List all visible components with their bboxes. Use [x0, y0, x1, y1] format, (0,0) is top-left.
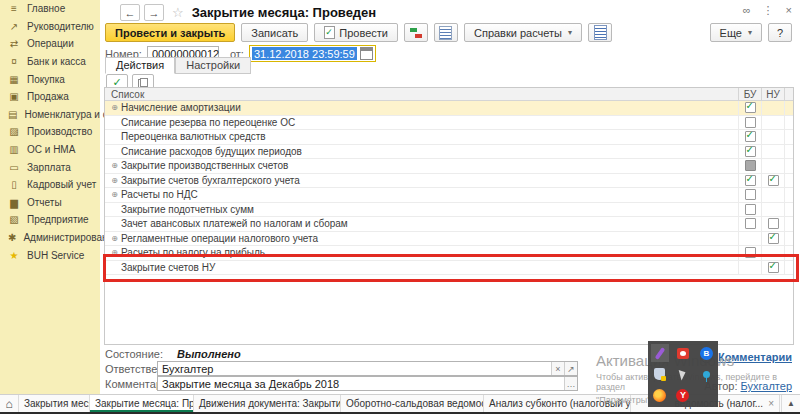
- taskbar-tab[interactable]: Закрытия месяца×: [19, 395, 90, 412]
- bu-checkbox[interactable]: [745, 131, 756, 142]
- responsible-field[interactable]: Бухгалтер × ↗: [157, 361, 578, 376]
- sidebar-item-salary[interactable]: ▭Зарплата: [0, 158, 100, 176]
- bu-checkbox[interactable]: [745, 146, 756, 157]
- sidebar-item-inventory[interactable]: ▤Номенклатура и склад: [0, 106, 100, 124]
- sidebar-item-enterprise[interactable]: ▧Предприятие: [0, 211, 100, 229]
- dtkt-button[interactable]: [404, 23, 428, 42]
- bu-cell: [738, 145, 761, 159]
- sidebar-item-sales[interactable]: ▣Продажа: [0, 88, 100, 106]
- table-row[interactable]: Списание резерва по переоценке ОС: [105, 116, 793, 131]
- expand-icon[interactable]: ⊕: [108, 248, 121, 257]
- open-icon[interactable]: ↗: [564, 362, 577, 375]
- nu-checkbox[interactable]: [768, 233, 779, 244]
- bu-cell: [738, 159, 761, 173]
- responsible-row: Ответственный: Бухгалтер × ↗: [105, 361, 578, 376]
- table-row[interactable]: Переоценка валютных средств: [105, 130, 793, 145]
- nu-checkbox[interactable]: [768, 218, 779, 229]
- table-row[interactable]: ⊕Расчеты по НДС: [105, 188, 793, 203]
- clear-icon[interactable]: ×: [551, 362, 564, 375]
- favorite-star-icon[interactable]: ☆: [172, 5, 184, 20]
- sidebar-item-administration[interactable]: ✱Администрирование: [0, 229, 100, 247]
- close-icon[interactable]: ×: [786, 4, 792, 17]
- bu-checkbox[interactable]: [745, 102, 756, 113]
- sidebar-item-hr[interactable]: ▯Кадровый учет: [0, 176, 100, 194]
- table-row[interactable]: ⊕Закрытие производственных счетов: [105, 159, 793, 174]
- table-row[interactable]: ⊕Регламентные операции налогового учета: [105, 232, 793, 247]
- bu-cell: [738, 174, 761, 188]
- pin-icon[interactable]: [697, 365, 715, 383]
- calculator-button[interactable]: [588, 23, 612, 42]
- nu-checkbox[interactable]: [768, 262, 779, 273]
- more-button[interactable]: Еще ▾: [710, 23, 762, 42]
- bu-checkbox[interactable]: [745, 189, 756, 200]
- bu-cell: [738, 101, 761, 115]
- sidebar-item-fixed-assets[interactable]: ▥ОС и НМА: [0, 141, 100, 159]
- tab-settings[interactable]: Настройки: [175, 57, 251, 74]
- nu-column-header[interactable]: НУ: [761, 88, 784, 100]
- table-row[interactable]: Зачет авансовых платежей по налогам и сб…: [105, 217, 793, 232]
- back-button[interactable]: ←: [120, 4, 140, 21]
- taskbar-tab[interactable]: Закрытие месяца: Проведен×: [90, 395, 194, 412]
- more-field-icon[interactable]: …: [564, 377, 577, 390]
- row-label: Начисление амортизации: [121, 102, 241, 113]
- help-button[interactable]: ?: [768, 23, 792, 42]
- sidebar-item-reports[interactable]: ▆Отчеты: [0, 194, 100, 212]
- calc-references-button[interactable]: Справки расчеты ▾: [464, 23, 582, 42]
- nu-checkbox[interactable]: [768, 175, 779, 186]
- list-column-header[interactable]: Список: [105, 88, 738, 100]
- sidebar-item-main[interactable]: ≡Главное: [0, 0, 100, 18]
- post-button[interactable]: ✓ Провести: [314, 23, 398, 42]
- comment-field[interactable]: Закрытие месяца за Декабрь 2018 …: [157, 376, 578, 391]
- bu-checkbox[interactable]: [745, 204, 756, 215]
- menu-dots-icon[interactable]: ⋮: [763, 4, 774, 17]
- expand-icon[interactable]: ⊕: [108, 234, 121, 243]
- responsible-value: Бухгалтер: [158, 363, 551, 375]
- forward-icon: →: [149, 7, 160, 19]
- table-row[interactable]: ⊕Расчеты по налогу на прибыль: [105, 246, 793, 261]
- row-label-cell: ⊕Расчеты по НДС: [105, 188, 738, 202]
- taskbar-home-tab[interactable]: ⌂: [0, 395, 19, 412]
- report-button[interactable]: [434, 23, 458, 42]
- table-row[interactable]: Закрытие подотчетных сумм: [105, 203, 793, 218]
- red-tray-icon[interactable]: [674, 344, 692, 362]
- post-and-close-button[interactable]: Провести и закрыть: [105, 23, 235, 42]
- taskbar-tab[interactable]: Оборотно-сальдовая ведомость за 201...×: [341, 395, 484, 412]
- bu-checkbox[interactable]: [745, 117, 756, 128]
- expand-icon[interactable]: ⊕: [108, 176, 121, 185]
- expand-icon[interactable]: ⊕: [108, 103, 121, 112]
- bu-checkbox[interactable]: [745, 218, 756, 229]
- manager-icon: ↗: [8, 21, 20, 32]
- sidebar-item-bank-cash[interactable]: ¤Банк и касса: [0, 53, 100, 71]
- expand-icon[interactable]: ⊕: [108, 161, 121, 170]
- expand-icon[interactable]: ⊕: [108, 190, 121, 199]
- table-row[interactable]: Списание расходов будущих периодов: [105, 145, 793, 160]
- taskbar-tab[interactable]: Движения документа: Закрытие месяца ...×: [194, 395, 341, 412]
- nu-cell: [761, 159, 784, 173]
- sidebar-item-production[interactable]: ▨Производство: [0, 123, 100, 141]
- table-row[interactable]: ⊕Закрытие счетов бухгалтерского учета: [105, 174, 793, 189]
- bu-checkbox[interactable]: [745, 247, 756, 258]
- forward-button[interactable]: →: [144, 4, 164, 21]
- calendar-icon[interactable]: [360, 47, 373, 60]
- sidebar-item-buh-service[interactable]: ★BUH Service: [0, 246, 100, 264]
- date-field[interactable]: 31.12.2018 23:59:59: [249, 45, 376, 62]
- feather-tray-icon[interactable]: [651, 344, 669, 362]
- table-row[interactable]: ⊕Начисление амортизации: [105, 101, 793, 116]
- table-row[interactable]: Закрытие счетов НУ: [105, 261, 793, 276]
- save-button[interactable]: Записать: [241, 23, 308, 42]
- cursor-icon[interactable]: [674, 365, 692, 383]
- bluetooth-icon[interactable]: B: [697, 344, 715, 362]
- firefox-icon[interactable]: [651, 386, 669, 404]
- bu-column-header[interactable]: БУ: [738, 88, 761, 100]
- sidebar-item-label: Главное: [27, 3, 65, 14]
- sidebar-item-manager[interactable]: ↗Руководителю: [0, 18, 100, 36]
- sidebar-item-operations[interactable]: ⇄Операции: [0, 35, 100, 53]
- yandex-icon[interactable]: Y: [674, 386, 692, 404]
- fixed-assets-icon: ▥: [8, 144, 20, 155]
- sidebar-item-purchase[interactable]: ▦Покупка: [0, 70, 100, 88]
- shield-icon[interactable]: [651, 365, 669, 383]
- bu-checkbox[interactable]: [745, 175, 756, 186]
- bu-checkbox[interactable]: [745, 160, 756, 171]
- tab-actions[interactable]: Действия: [105, 57, 175, 74]
- link-icon[interactable]: ∞: [743, 4, 751, 17]
